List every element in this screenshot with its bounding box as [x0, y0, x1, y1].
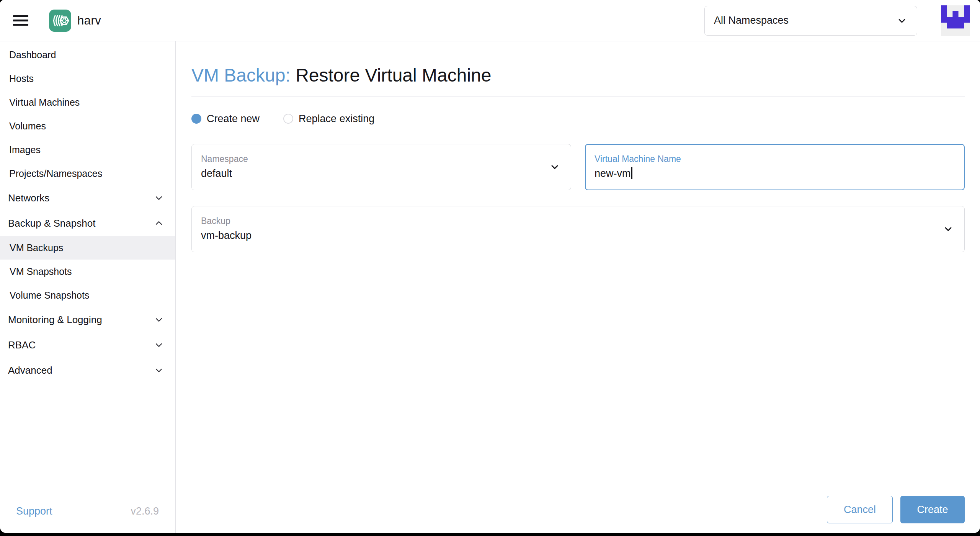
chevron-down-icon: [897, 16, 907, 26]
sidebar-item-advanced[interactable]: Advanced: [0, 358, 175, 383]
sidebar-item-rbac[interactable]: RBAC: [0, 332, 175, 358]
namespace-filter-select[interactable]: All Namespaces: [704, 6, 917, 36]
chevron-down-icon: [549, 162, 560, 172]
radio-selected-icon[interactable]: [191, 114, 201, 124]
sidebar: DashboardHostsVirtual MachinesVolumesIma…: [0, 41, 176, 533]
backup-select-label: Backup: [201, 216, 252, 227]
version-text: v2.6.9: [131, 505, 159, 517]
vm-name-input-label: Virtual Machine Name: [595, 154, 681, 165]
sidebar-item-images[interactable]: Images: [0, 138, 175, 162]
vm-name-input-value: new-vm: [595, 167, 681, 180]
sidebar-item-label: Virtual Machines: [9, 97, 80, 108]
radio-create-new[interactable]: Create new: [191, 113, 260, 125]
sidebar-item-label: RBAC: [8, 339, 36, 351]
chevron-down-icon: [154, 315, 164, 325]
text-cursor: [631, 167, 632, 179]
sidebar-item-monitoring-logging[interactable]: Monitoring & Logging: [0, 307, 175, 332]
sidebar-item-virtual-machines[interactable]: Virtual Machines: [0, 90, 175, 114]
sidebar-item-label: Monitoring & Logging: [8, 314, 102, 326]
restore-mode-radios: Create new Replace existing: [191, 113, 965, 125]
chevron-down-icon: [154, 365, 164, 375]
sidebar-item-networks[interactable]: Networks: [0, 185, 175, 211]
sidebar-item-volume-snapshots[interactable]: Volume Snapshots: [0, 283, 175, 307]
sidebar-item-dashboard[interactable]: Dashboard: [0, 43, 175, 67]
sidebar-footer: Support v2.6.9: [0, 497, 175, 533]
page-title-text: Restore Virtual Machine: [296, 65, 491, 85]
brand-text: harv: [77, 14, 101, 28]
sidebar-item-label: Backup & Snapshot: [8, 217, 95, 229]
cancel-button[interactable]: Cancel: [827, 496, 893, 523]
chevron-up-icon: [154, 218, 164, 228]
sidebar-item-projects-namespaces[interactable]: Projects/Namespaces: [0, 162, 175, 185]
chevron-down-icon: [154, 193, 164, 203]
sidebar-item-volumes[interactable]: Volumes: [0, 114, 175, 138]
sidebar-item-hosts[interactable]: Hosts: [0, 67, 175, 90]
sidebar-item-label: Hosts: [9, 73, 34, 84]
sidebar-item-label: Projects/Namespaces: [9, 168, 102, 179]
sidebar-item-label: Volume Snapshots: [10, 290, 89, 301]
backup-select-value: vm-backup: [201, 229, 252, 242]
app-window: harv All Namespaces DashboardHostsVirtu: [0, 0, 980, 533]
support-link[interactable]: Support: [16, 505, 52, 517]
sidebar-item-backup-snapshot[interactable]: Backup & Snapshot: [0, 211, 175, 236]
sidebar-item-label: Advanced: [8, 364, 52, 376]
chevron-down-icon: [943, 224, 954, 234]
namespace-filter-value: All Namespaces: [714, 15, 789, 26]
avatar[interactable]: [941, 5, 970, 36]
page-title: VM Backup: Restore Virtual Machine: [191, 64, 965, 87]
harvester-logo-icon[interactable]: [49, 10, 71, 32]
page-title-prefix: VM Backup:: [191, 65, 291, 85]
sidebar-item-label: VM Backups: [10, 242, 63, 253]
sidebar-item-vm-backups[interactable]: VM Backups: [0, 236, 175, 260]
radio-label: Create new: [207, 113, 260, 125]
sidebar-item-label: Images: [9, 144, 41, 155]
namespace-select-label: Namespace: [201, 154, 248, 165]
menu-icon[interactable]: [13, 15, 28, 26]
sidebar-item-label: Dashboard: [9, 49, 56, 60]
title-divider: [191, 96, 965, 97]
action-bar: Cancel Create: [176, 486, 980, 533]
vm-name-input[interactable]: Virtual Machine Name new-vm: [585, 144, 965, 190]
main-content: VM Backup: Restore Virtual Machine Creat…: [176, 41, 980, 533]
sidebar-item-label: Networks: [8, 192, 49, 204]
namespace-select[interactable]: Namespace default: [191, 144, 571, 190]
radio-unselected-icon[interactable]: [283, 114, 293, 124]
radio-label: Replace existing: [299, 113, 374, 125]
create-button[interactable]: Create: [900, 496, 965, 523]
namespace-select-value: default: [201, 167, 248, 180]
radio-replace-existing[interactable]: Replace existing: [283, 113, 374, 125]
sidebar-item-vm-snapshots[interactable]: VM Snapshots: [0, 260, 175, 283]
sidebar-item-label: VM Snapshots: [10, 266, 72, 277]
chevron-down-icon: [154, 340, 164, 350]
sidebar-item-label: Volumes: [9, 121, 46, 132]
backup-select[interactable]: Backup vm-backup: [191, 206, 965, 252]
sidebar-nav: DashboardHostsVirtual MachinesVolumesIma…: [0, 43, 175, 383]
top-header: harv All Namespaces: [0, 0, 980, 41]
